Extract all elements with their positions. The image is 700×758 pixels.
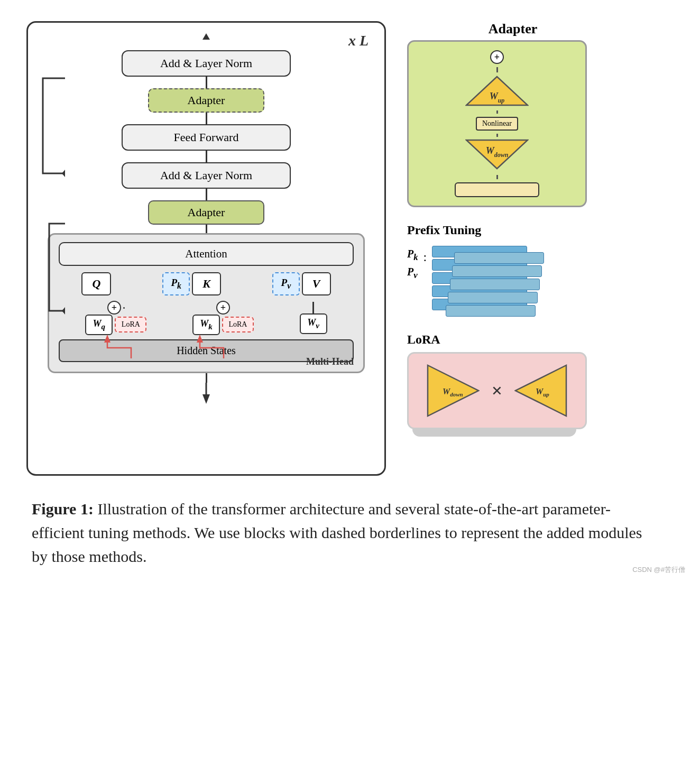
- prefix-shadow-4: [448, 292, 538, 303]
- pk-box: Pk: [162, 272, 190, 295]
- wk-box: Wk: [192, 315, 220, 335]
- adapter-line-1: [496, 67, 498, 72]
- lora-box: Wdown × Wup: [407, 352, 587, 429]
- adapter-circle-plus: +: [490, 50, 504, 64]
- prefix-shadow-1: [454, 252, 544, 264]
- lora-wdown-container: Wdown: [427, 364, 480, 417]
- circle-plus-q: +: [107, 301, 121, 315]
- arrow-line-2: [206, 113, 207, 124]
- wq-box: Wq: [85, 315, 113, 335]
- lora1-box: LoRA: [115, 317, 146, 332]
- arrow-line-1: [206, 77, 207, 88]
- prefix-shadow-5: [446, 305, 536, 317]
- lora-wup-svg: Wup: [514, 364, 567, 417]
- prefix-content: Pk Pv :: [407, 243, 587, 317]
- adapter-input-box: [455, 182, 539, 197]
- arrow-line-bottom: [206, 373, 207, 383]
- add-layer-norm-bottom: Add & Layer Norm: [122, 162, 291, 189]
- w-up-sub: up: [498, 97, 505, 104]
- weights-row: + Wq LoRA: [59, 301, 354, 335]
- wq-lora-group: + Wq LoRA: [85, 301, 146, 335]
- pv-label: Pv: [407, 266, 418, 281]
- wv-line: [312, 302, 314, 313]
- pk-label: Pk: [407, 248, 418, 263]
- wk-plus-row: +: [216, 301, 230, 315]
- lora-title: LoRA: [407, 332, 587, 347]
- lora-wdown-shape: [428, 365, 478, 416]
- prefix-stack-offset: [448, 252, 544, 317]
- pv-sub: v: [287, 281, 291, 290]
- wk-lora-group: + Wk LoRA: [192, 301, 254, 335]
- arrowhead-top: [202, 33, 210, 40]
- input-arrowhead: [202, 394, 210, 404]
- k-box: K: [192, 272, 221, 295]
- v-box: V: [302, 272, 331, 295]
- fig-label: Figure 1:: [32, 500, 94, 517]
- wv-sub: v: [316, 321, 319, 330]
- pk-k-group: Pk K: [162, 272, 221, 295]
- w-up-svg: Wup: [465, 76, 529, 106]
- w-up-wrapper: Wup: [465, 76, 529, 108]
- colon-separator: :: [423, 250, 427, 264]
- arrow-line-4: [206, 189, 207, 200]
- multihead-label: Multi-Head: [306, 356, 354, 367]
- q-group: Q: [81, 272, 111, 295]
- pv-sub-prefix: v: [413, 270, 417, 280]
- multihead-attention-box: Attention Q: [48, 233, 365, 373]
- pv-box: Pv: [272, 272, 300, 295]
- adapter-line-4: [496, 175, 498, 179]
- adapter-panel-title: Adapter: [407, 21, 619, 37]
- pv-v-group: Pv V: [272, 272, 331, 295]
- transformer-inner: Add & Layer Norm Adapter Feed Forward Ad…: [39, 33, 374, 385]
- prefix-tuning-section: Prefix Tuning Pk Pv :: [407, 223, 587, 317]
- qkv-row: Q Pk K: [59, 272, 354, 295]
- lora-section: LoRA Wdown ×: [407, 332, 587, 429]
- prefix-shadow-2: [452, 265, 542, 277]
- adapter-top: Adapter: [148, 88, 264, 113]
- lora2-label: LoRA: [228, 320, 247, 328]
- wk-sub: k: [208, 322, 213, 331]
- adapter-nonlinear: Nonlinear: [476, 117, 518, 131]
- circle-plus-k: +: [216, 301, 230, 315]
- main-diagram-area: x L Add & Layer Norm Adapter Fe: [11, 11, 689, 486]
- adapter-section: Adapter + Wup Nonlinear: [407, 21, 619, 207]
- times-symbol: ×: [492, 380, 503, 402]
- wq-sub: q: [102, 322, 106, 331]
- adapter-line-3: [496, 134, 498, 137]
- transformer-diagram: x L Add & Layer Norm Adapter Fe: [26, 21, 386, 476]
- prefix-labels: Pk Pv: [407, 248, 418, 281]
- caption-text: Illustration of the transformer architec…: [32, 500, 642, 565]
- wk-lora-row: Wk LoRA: [192, 315, 254, 335]
- input-arrow-svg: [201, 383, 211, 404]
- right-panels: Adapter + Wup Nonlinear: [407, 21, 619, 476]
- attention-box: Attention: [59, 242, 354, 266]
- feed-forward: Feed Forward: [122, 124, 291, 151]
- watermark: CSDN @#苦行僧: [632, 565, 685, 575]
- w-down-sub: down: [494, 151, 509, 159]
- wv-box: Wv: [300, 313, 327, 334]
- w-down-wrapper: Wdown: [465, 139, 529, 172]
- wq-lora-row: Wq LoRA: [85, 315, 146, 335]
- q-box: Q: [81, 272, 111, 295]
- arrow-line-3: [206, 151, 207, 162]
- prefix-shadow-3: [450, 279, 540, 290]
- lora2-box: LoRA: [222, 317, 254, 332]
- pk-sub-prefix: k: [413, 252, 418, 262]
- lora-wdown-svg: Wdown: [427, 364, 480, 417]
- wq-plus-row: +: [107, 301, 125, 315]
- add-layer-norm-top: Add & Layer Norm: [122, 50, 291, 77]
- adapter-panel: + Wup Nonlinear: [407, 40, 587, 207]
- adapter-bottom: Adapter: [148, 200, 264, 225]
- lora-wup-container: Wup: [514, 364, 567, 417]
- arrow-line-5: [206, 225, 207, 233]
- lora1-label: LoRA: [122, 320, 140, 328]
- input-arrow-container: [39, 383, 374, 404]
- q-label: Q: [92, 277, 100, 290]
- wv-group: Wv: [300, 302, 327, 334]
- prefix-title: Prefix Tuning: [407, 223, 587, 237]
- pk-sub: k: [177, 281, 181, 290]
- adapter-line-2: [496, 110, 498, 114]
- top-output-arrow: [202, 33, 210, 50]
- w-down-svg: Wdown: [465, 139, 529, 170]
- lora-box-container: Wdown × Wup: [407, 352, 587, 429]
